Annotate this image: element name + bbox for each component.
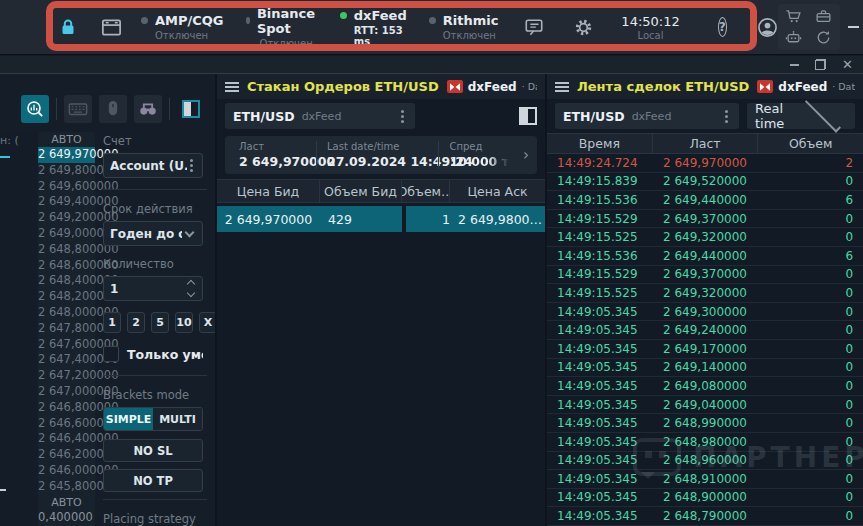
- ladder-price-row[interactable]: 2 648,600000: [38, 258, 95, 274]
- ladder-price-row[interactable]: 2 646,000000: [38, 463, 95, 479]
- ladder-price-row[interactable]: 2 648,400000: [38, 273, 95, 289]
- ask-price: 2 649,9800…: [450, 212, 542, 227]
- ladder-price-row[interactable]: 2 649,970000: [38, 147, 95, 163]
- trade-row: 14:49:05.3452 649,1700000: [547, 340, 863, 359]
- connection-dxfeed[interactable]: dxFeedRTT: 153 ms: [340, 8, 407, 47]
- ladder-price-row[interactable]: 2 646,600000: [38, 416, 95, 432]
- ladder-price-row[interactable]: 2 649,400000: [38, 194, 95, 210]
- ladder-price-row[interactable]: 2 648,200000: [38, 289, 95, 305]
- qty-preset-5[interactable]: 5: [151, 312, 169, 333]
- account-select[interactable]: Account (U.: [103, 153, 203, 178]
- stat-value: 10 000 тики: [449, 154, 509, 169]
- market-depth-search-icon[interactable]: [21, 95, 49, 123]
- trade-price: 2 649,370000: [656, 212, 755, 226]
- price-ladder: АВТО 2 649,9700002 649,8000002 649,60000…: [38, 132, 95, 526]
- ladder-price-row[interactable]: 2 649,800000: [38, 163, 95, 179]
- trade-time: 14:49:05.345: [547, 342, 656, 356]
- ladder-price-row[interactable]: 2 648,800000: [38, 242, 95, 258]
- ladder-rows: 2 649,9700002 649,8000002 649,6000002 64…: [38, 147, 95, 495]
- ask-cell[interactable]: 1 2 649,9800…: [406, 206, 545, 232]
- mouse-icon[interactable]: [99, 95, 127, 123]
- briefcase-icon[interactable]: [814, 8, 834, 25]
- quantity-value: 1: [110, 282, 188, 296]
- lock-icon[interactable]: [58, 17, 78, 37]
- cart-icon[interactable]: [784, 8, 804, 25]
- panel-layout-icon[interactable]: [177, 95, 205, 123]
- ladder-price-row[interactable]: 2 647,200000: [38, 368, 95, 384]
- ladder-auto-footer[interactable]: АВТО: [38, 495, 95, 510]
- ladder-price-row[interactable]: 2 646,200000: [38, 447, 95, 463]
- panel-menu-icon[interactable]: [225, 82, 239, 92]
- no-sl-button[interactable]: NO SL: [103, 439, 203, 462]
- trade-time: 14:49:05.345: [547, 472, 656, 486]
- instrument-selector[interactable]: ETH/USD dxFeed: [555, 103, 739, 129]
- ladder-price-row[interactable]: 2 648,000000: [38, 305, 95, 321]
- ts-column-header[interactable]: Объем: [758, 134, 863, 153]
- ladder-price-row[interactable]: 2 647,600000: [38, 337, 95, 353]
- dxfeed-logo-icon: [757, 80, 773, 93]
- qty-preset-2[interactable]: 2: [127, 312, 145, 333]
- qty-preset-x[interactable]: X: [199, 312, 215, 333]
- no-tp-button[interactable]: NO TP: [103, 469, 203, 492]
- account-icon[interactable]: [757, 17, 778, 38]
- qty-preset-1[interactable]: 1: [103, 312, 121, 333]
- ladder-price-row[interactable]: 2 647,000000: [38, 384, 95, 400]
- connection-binance-spot[interactable]: Binance SpotОтключен: [246, 6, 318, 49]
- ladder-price-row[interactable]: 2 647,400000: [38, 352, 95, 368]
- connection-rithmic[interactable]: RithmicОтключен: [429, 13, 499, 41]
- bid-cell[interactable]: 2 649,970000 429: [217, 206, 402, 232]
- quantity-stepper[interactable]: [188, 281, 196, 296]
- keyboard-icon[interactable]: [64, 95, 92, 123]
- connection-amp-cqg[interactable]: AMP/CQGОтключен: [141, 13, 224, 41]
- instrument-provider: dxFeed: [302, 110, 391, 123]
- brackets-simple-button[interactable]: SIMPLE: [104, 408, 153, 430]
- brackets-multi-button[interactable]: MULTI: [153, 408, 202, 430]
- stats-expand-chevron[interactable]: ›: [519, 146, 533, 164]
- minimize-button[interactable]: [848, 26, 859, 28]
- ob-best-row[interactable]: 2 649,970000 429 1 2 649,9800…: [217, 206, 545, 232]
- trade-time: 14:49:24.724: [547, 156, 656, 170]
- qty-preset-10[interactable]: 10: [175, 312, 193, 333]
- ladder-price-row[interactable]: 2 646,800000: [38, 400, 95, 416]
- ob-stat: Ласт2 649,970000: [229, 141, 316, 169]
- refresh-icon[interactable]: [814, 29, 834, 46]
- ladder-price-row[interactable]: 2 645,800000: [38, 479, 95, 495]
- layout-icon[interactable]: [100, 16, 123, 39]
- robot-icon[interactable]: [784, 29, 804, 46]
- trade-time: 14:49:15.529: [547, 212, 656, 226]
- window-restore-button[interactable]: [815, 59, 826, 70]
- ladder-price-row[interactable]: 2 649,000000: [38, 226, 95, 242]
- mode-select[interactable]: Real time: [747, 103, 855, 129]
- panel-menu-icon[interactable]: [555, 82, 569, 92]
- workspace: н: ( АВТО 2 649,9700002 649,8000002 649,…: [0, 73, 863, 526]
- window-close-button[interactable]: ✕: [842, 58, 853, 71]
- ts-column-header[interactable]: Время: [547, 134, 653, 153]
- settings-gear-icon[interactable]: [574, 18, 593, 37]
- ladder-price-row[interactable]: 2 649,600000: [38, 179, 95, 195]
- quantity-input[interactable]: 1: [103, 276, 203, 301]
- window-minimize-button[interactable]: [790, 64, 799, 66]
- reduce-only-row[interactable]: Только умень: [103, 346, 203, 362]
- trade-price: 2 649,140000: [656, 360, 755, 374]
- ladder-auto-header[interactable]: АВТО: [38, 132, 95, 147]
- ob-column-header[interactable]: Объем…: [402, 180, 450, 202]
- help-icon[interactable]: ?: [718, 17, 727, 37]
- ladder-price-row[interactable]: 2 649,200000: [38, 210, 95, 226]
- window-titlebar: ✕: [0, 56, 863, 73]
- instrument-selector[interactable]: ETH/USD dxFeed: [225, 103, 415, 129]
- reduce-only-checkbox[interactable]: [103, 346, 119, 362]
- panel-split-icon[interactable]: [519, 107, 537, 125]
- tif-value: Годен до отм: [110, 227, 182, 241]
- ob-column-header[interactable]: Объем Бид: [320, 180, 402, 202]
- ob-column-header[interactable]: Цена Аск: [450, 180, 545, 202]
- trade-volume: 0: [754, 305, 863, 319]
- ladder-price-row[interactable]: 2 646,400000: [38, 431, 95, 447]
- ladder-price-row[interactable]: 2 647,800000: [38, 321, 95, 337]
- ts-column-header[interactable]: Ласт: [653, 134, 759, 153]
- binoculars-icon[interactable]: [134, 95, 162, 123]
- chat-icon[interactable]: [524, 17, 544, 37]
- ob-column-header[interactable]: Цена Бид: [217, 180, 320, 202]
- tif-select[interactable]: Годен до отм: [103, 221, 203, 246]
- quantity-label: Количество: [103, 257, 203, 271]
- status-dot: [141, 17, 148, 24]
